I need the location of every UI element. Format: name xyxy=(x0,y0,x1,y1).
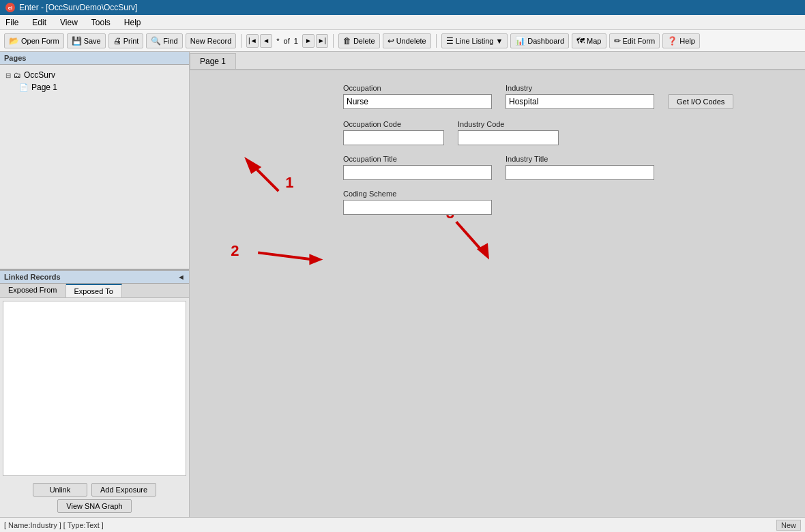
linked-records-header: Linked Records ◄ xyxy=(0,270,189,284)
status-bar: [ Name:Industry ] [ Type:Text ] New xyxy=(0,517,805,532)
status-right: New xyxy=(776,520,801,531)
svg-line-6 xyxy=(456,222,484,252)
nav-last[interactable]: ►| xyxy=(316,34,328,48)
industry-title-label: Industry Title xyxy=(506,155,654,163)
menu-view[interactable]: View xyxy=(57,16,80,29)
row-3: Occupation Title Industry Title xyxy=(210,155,785,180)
industry-group: Industry xyxy=(506,84,654,109)
occupation-input[interactable] xyxy=(343,94,492,109)
toolbar: Open Form Save Print Find New Record |◄ … xyxy=(0,30,805,52)
sna-row: View SNA Graph xyxy=(4,499,185,513)
coding-scheme-group: Coding Scheme xyxy=(343,190,492,215)
delete-button[interactable]: Delete xyxy=(338,33,380,48)
menu-edit[interactable]: Edit xyxy=(29,16,49,29)
title-bar: ei Enter - [OccSurvDemo\OccSurv] xyxy=(0,0,805,15)
dashboard-button[interactable]: Dashboard xyxy=(510,33,569,48)
industry-title-input[interactable] xyxy=(506,165,654,180)
page-icon: 📄 xyxy=(19,83,29,92)
nav-first[interactable]: |◄ xyxy=(246,34,259,48)
industry-code-group: Industry Code xyxy=(458,120,559,145)
occupation-title-label: Occupation Title xyxy=(343,155,492,163)
row-2: Occupation Code Industry Code xyxy=(210,120,785,145)
svg-text:2: 2 xyxy=(231,242,239,259)
record-asterisk: * xyxy=(274,37,282,45)
industry-title-group: Industry Title xyxy=(506,155,654,180)
occupation-code-label: Occupation Code xyxy=(343,120,444,128)
unlink-add-row: Unlink Add Exposure xyxy=(4,483,185,497)
menu-help[interactable]: Help xyxy=(121,16,144,29)
coding-scheme-input[interactable] xyxy=(343,200,492,215)
dashboard-icon xyxy=(515,36,525,46)
tab-exposed-from[interactable]: Exposed From xyxy=(0,284,66,297)
separator-1 xyxy=(241,34,241,48)
main-content: Page 1 1 2 xyxy=(190,52,805,517)
occupation-code-group: Occupation Code xyxy=(343,120,444,145)
edit-icon xyxy=(614,36,621,46)
form-fields: Occupation Industry Get I/O Codes Occupa… xyxy=(210,84,785,215)
tree-page1[interactable]: 📄 Page 1 xyxy=(5,81,184,93)
svg-marker-7 xyxy=(477,243,489,259)
view-sna-button[interactable]: View SNA Graph xyxy=(57,499,131,513)
status-left: [ Name:Industry ] [ Type:Text ] xyxy=(4,521,104,529)
linked-records-content xyxy=(3,301,186,476)
save-button[interactable]: Save xyxy=(67,33,106,48)
window-title: Enter - [OccSurvDemo\OccSurv] xyxy=(19,3,137,12)
pages-panel: Pages ⊟ 🗂 OccSurv 📄 Page 1 xyxy=(0,52,189,270)
industry-code-label: Industry Code xyxy=(458,120,559,128)
save-icon xyxy=(72,36,82,46)
unlink-button[interactable]: Unlink xyxy=(33,483,87,497)
app-icon: ei xyxy=(5,3,15,12)
tree-root[interactable]: ⊟ 🗂 OccSurv xyxy=(5,69,184,81)
tree-page1-label: Page 1 xyxy=(31,83,57,92)
open-form-button[interactable]: Open Form xyxy=(4,33,64,48)
occupation-title-group: Occupation Title xyxy=(343,155,492,180)
undelete-button[interactable]: Undelete xyxy=(383,33,431,48)
page-tabs: Page 1 xyxy=(190,52,805,70)
left-panel: Pages ⊟ 🗂 OccSurv 📄 Page 1 Linked Record… xyxy=(0,52,190,517)
pin-button[interactable]: ◄ xyxy=(177,273,185,281)
coding-scheme-label: Coding Scheme xyxy=(343,190,492,198)
tree-expand-icon: ⊟ xyxy=(5,72,11,79)
help-button[interactable]: Help xyxy=(662,33,700,48)
record-current: 1 xyxy=(291,37,301,45)
menu-bar: File Edit View Tools Help xyxy=(0,15,805,30)
undelete-icon xyxy=(387,36,394,46)
print-button[interactable]: Print xyxy=(108,33,144,48)
find-icon xyxy=(151,36,161,46)
folder-icon: 🗂 xyxy=(14,71,21,79)
line-listing-button[interactable]: Line Listing ▼ xyxy=(441,33,508,48)
industry-label: Industry xyxy=(506,84,654,92)
linked-records-panel: Linked Records ◄ Exposed From Exposed To… xyxy=(0,270,189,517)
svg-marker-4 xyxy=(309,254,323,265)
delete-icon xyxy=(343,36,351,46)
industry-input[interactable] xyxy=(506,94,654,109)
page-tab-1[interactable]: Page 1 xyxy=(190,53,236,69)
help-icon xyxy=(667,36,677,46)
find-button[interactable]: Find xyxy=(146,33,182,48)
nav-prev[interactable]: ◄ xyxy=(260,34,272,48)
nav-next[interactable]: ► xyxy=(302,34,314,48)
add-exposure-button[interactable]: Add Exposure xyxy=(91,483,156,497)
row-4: Coding Scheme xyxy=(210,190,785,215)
row-1: Occupation Industry Get I/O Codes xyxy=(210,84,785,109)
menu-tools[interactable]: Tools xyxy=(89,16,113,29)
get-io-codes-button[interactable]: Get I/O Codes xyxy=(668,94,733,109)
arrow-2-group: 2 xyxy=(231,242,323,265)
tab-exposed-to[interactable]: Exposed To xyxy=(66,284,122,297)
separator-2 xyxy=(333,34,334,48)
pages-tree: ⊟ 🗂 OccSurv 📄 Page 1 xyxy=(0,65,189,98)
svg-line-3 xyxy=(258,252,312,259)
list-icon xyxy=(446,36,454,46)
industry-code-input[interactable] xyxy=(458,130,559,145)
edit-form-button[interactable]: Edit Form xyxy=(609,33,660,48)
occupation-title-input[interactable] xyxy=(343,165,492,180)
menu-file[interactable]: File xyxy=(3,16,21,29)
open-icon xyxy=(9,36,19,46)
new-record-button[interactable]: New Record xyxy=(186,33,237,48)
of-label: of xyxy=(284,37,290,45)
occupation-label: Occupation xyxy=(343,84,492,92)
occupation-code-input[interactable] xyxy=(343,130,444,145)
map-button[interactable]: Map xyxy=(572,33,606,48)
map-icon xyxy=(576,36,585,46)
linked-tabs-row: Exposed From Exposed To xyxy=(0,284,189,298)
